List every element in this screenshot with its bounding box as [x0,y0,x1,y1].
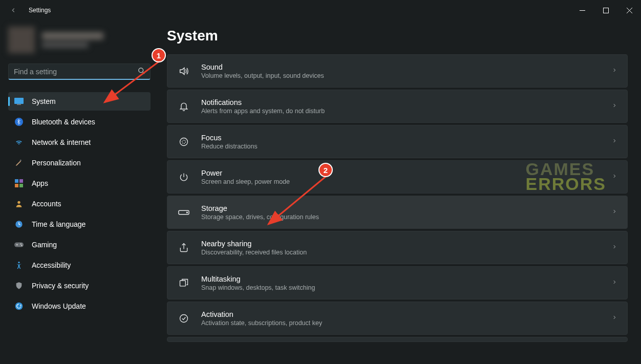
row-label: Nearby sharing [201,240,307,248]
row-power[interactable]: Power Screen and sleep, power mode [167,160,628,194]
row-label: Focus [201,134,258,142]
row-desc: Screen and sleep, power mode [201,178,290,185]
svg-line-3 [142,72,144,74]
apps-icon [14,179,24,188]
sidebar-item-label: Apps [32,179,48,187]
window-controls [570,0,641,20]
sidebar-item-label: Gaming [32,241,57,249]
chevron-right-icon [612,67,617,75]
sidebar-item-label: Windows Update [32,302,86,310]
sidebar-item-update[interactable]: Windows Update [8,297,151,315]
row-storage[interactable]: Storage Storage space, drives, configura… [167,196,628,229]
row-desc: Storage space, drives, configuration rul… [201,213,319,221]
share-icon [178,243,190,253]
profile-email [42,42,88,48]
sidebar-item-gaming[interactable]: Gaming [8,235,151,254]
row-desc: Discoverability, received files location [201,249,307,256]
row-label: Multitasking [201,275,315,283]
chevron-right-icon [612,208,617,217]
row-label: Activation [201,310,322,318]
user-profile[interactable] [8,25,154,55]
sidebar-item-accounts[interactable]: Accounts [8,195,151,213]
sidebar-item-label: Personalization [32,159,81,167]
row-desc: Activation state, subscriptions, product… [201,319,322,327]
svg-point-24 [180,314,188,322]
power-icon [178,172,190,182]
search-icon [138,67,145,76]
chevron-right-icon [612,314,617,323]
svg-rect-10 [15,184,18,187]
row-desc: Alerts from apps and system, do not dist… [201,108,325,115]
clock-icon [14,220,24,229]
svg-point-15 [20,243,22,244]
svg-rect-1 [603,8,608,13]
svg-point-16 [21,245,22,246]
row-label: Notifications [201,98,325,106]
svg-rect-9 [19,179,23,183]
search-input[interactable] [8,63,151,80]
row-focus[interactable]: Focus Reduce distractions [167,125,628,158]
back-button[interactable] [8,5,18,15]
titlebar: Settings [0,0,641,20]
row-desc: Snap windows, desktops, task switching [201,284,315,291]
row-nearby[interactable]: Nearby sharing Discoverability, received… [167,231,628,264]
sidebar-item-label: Accounts [32,200,61,208]
sidebar-item-bluetooth[interactable]: Bluetooth & devices [8,113,151,131]
maximize-button[interactable] [594,0,617,20]
svg-point-2 [139,68,143,73]
row-cutoff [167,337,628,342]
minimize-button[interactable] [570,0,594,20]
chevron-right-icon [612,173,617,181]
profile-name [42,32,103,39]
svg-point-12 [17,201,20,204]
sidebar-item-label: Time & language [32,220,86,228]
gamepad-icon [14,240,24,249]
row-desc: Volume levels, output, input, sound devi… [201,72,324,79]
sidebar-item-time[interactable]: Time & language [8,215,151,233]
svg-rect-8 [15,179,18,183]
chevron-right-icon [612,102,617,111]
row-multitasking[interactable]: Multitasking Snap windows, desktops, tas… [167,266,628,299]
row-notifications[interactable]: Notifications Alerts from apps and syste… [167,90,628,123]
svg-rect-14 [14,243,24,247]
sidebar-item-label: Network & internet [32,138,91,146]
nav: System Bluetooth & devices Network & int… [8,92,151,315]
sidebar: System Bluetooth & devices Network & int… [0,25,154,317]
svg-rect-23 [180,281,186,286]
row-sound[interactable]: Sound Volume levels, output, input, soun… [167,54,628,88]
refresh-icon [14,302,24,311]
avatar [8,27,35,53]
window-title: Settings [29,7,51,14]
close-button[interactable] [617,0,641,20]
sidebar-item-system[interactable]: System [8,92,151,111]
sidebar-item-personalization[interactable]: Personalization [8,154,151,172]
accessibility-icon [14,261,24,270]
display-icon [14,97,24,106]
focus-icon [178,137,190,147]
svg-point-22 [187,212,188,213]
sidebar-item-network[interactable]: Network & internet [8,133,151,152]
sidebar-item-apps[interactable]: Apps [8,174,151,192]
bell-icon [178,101,190,112]
wifi-icon [14,138,24,147]
sidebar-item-accessibility[interactable]: Accessibility [8,256,151,274]
callout-1: 1 [152,48,166,62]
shield-icon [14,281,24,290]
storage-icon [178,209,190,216]
sound-icon [178,66,190,77]
svg-rect-11 [19,184,23,187]
row-label: Sound [201,63,324,71]
svg-point-6 [15,118,23,126]
search-field[interactable] [8,63,151,80]
row-label: Storage [201,204,319,212]
svg-rect-4 [14,98,24,104]
bluetooth-icon [14,117,24,126]
row-desc: Reduce distractions [201,143,258,150]
paintbrush-icon [14,158,24,167]
svg-point-20 [182,140,186,143]
chevron-right-icon [612,137,617,146]
sidebar-item-privacy[interactable]: Privacy & security [8,276,151,295]
row-activation[interactable]: Activation Activation state, subscriptio… [167,302,628,335]
svg-point-17 [18,262,19,263]
windows-icon [178,278,190,288]
